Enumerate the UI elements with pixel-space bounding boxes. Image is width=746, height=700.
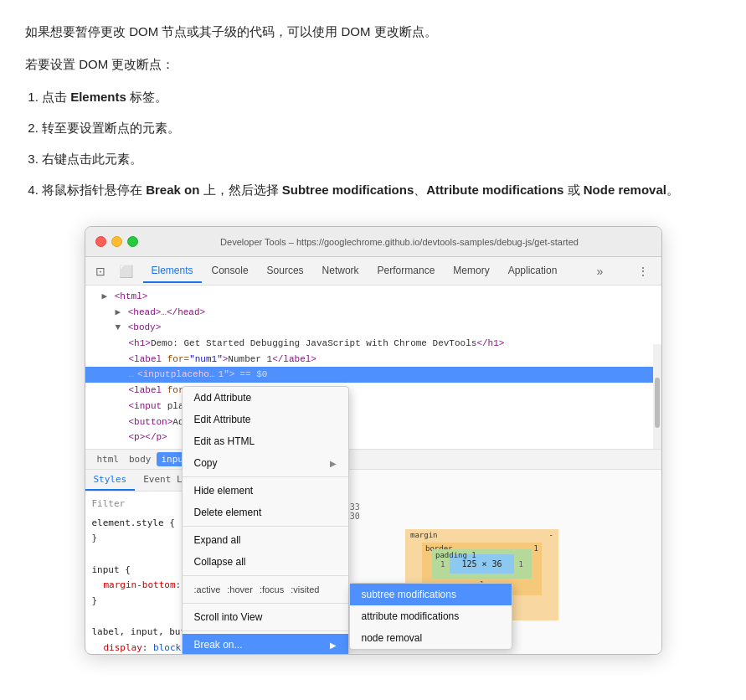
box-model-padding: padding 1 1 125 × 36 1 [432, 549, 532, 579]
submenu-subtree[interactable]: subtree modifications [350, 584, 512, 605]
instructions-section: 如果想要暂停更改 DOM 节点或其子级的代码，可以使用 DOM 更改断点。 若要… [25, 20, 721, 201]
menu-copy[interactable]: Copy ▶ [183, 452, 348, 474]
maximize-button[interactable] [127, 236, 138, 247]
tab-application[interactable]: Application [500, 260, 566, 283]
separator-1 [183, 476, 348, 477]
pseudo-visited[interactable]: :visited [291, 582, 319, 597]
menu-edit-html[interactable]: Edit as HTML [183, 430, 348, 452]
input-selector: input { [92, 564, 131, 575]
menu-expand-all[interactable]: Expand all [183, 529, 348, 551]
tag-input1: <input [137, 367, 171, 383]
step-1-bold: Elements [70, 90, 126, 104]
device-icon[interactable]: ⬜ [116, 263, 136, 280]
dom-breadcrumb: html body input#num [85, 449, 661, 470]
tab-console[interactable]: Console [203, 260, 257, 283]
margin-bottom-prop: margin-bottom [104, 579, 176, 590]
menu-hide-element[interactable]: Hide element [183, 480, 348, 502]
dom-line-label2[interactable]: <label for="num…2"> [85, 383, 661, 399]
tab-sources[interactable]: Sources [259, 260, 312, 283]
dom-line-label1[interactable]: <label for="num1">Number 1</label> [85, 352, 661, 368]
vertical-scrollbar[interactable] [653, 344, 661, 449]
selected-indicator: == $0 [239, 367, 267, 383]
padding-label: padding 1 [435, 551, 476, 559]
left-val: 1 [440, 560, 445, 569]
breadcrumb-body[interactable]: body [124, 452, 157, 466]
more-tabs-icon[interactable]: » [592, 261, 609, 281]
filter-label: Filter [92, 497, 126, 512]
display-prop: display [104, 642, 142, 653]
context-menu: Add Attribute Edit Attribute Edit as HTM… [182, 386, 349, 655]
menu-add-attribute[interactable]: Add Attribute [183, 387, 348, 409]
ellipsis-icon: … [129, 367, 135, 383]
border-val: 1 [534, 544, 538, 553]
tag-body: <body> [128, 322, 162, 332]
separator-5 [183, 631, 348, 631]
close-button[interactable] [95, 236, 106, 247]
tag-label1: <label [129, 354, 167, 364]
dom-line-input2[interactable]: <input placehold… [85, 399, 661, 414]
submenu-attribute[interactable]: attribute modifications [350, 605, 512, 627]
devtools-url: Developer Tools – https://googlechrome.g… [148, 237, 651, 247]
pseudo-hover[interactable]: :hover [227, 582, 253, 597]
devtools-window: Developer Tools – https://googlechrome.g… [85, 226, 662, 655]
step-4-bold1: Break on [146, 183, 199, 197]
minimize-button[interactable] [111, 236, 122, 247]
steps-list: 点击 Elements 标签。 转至要设置断点的元素。 右键点击此元素。 将鼠标… [42, 85, 721, 201]
menu-collapse-all[interactable]: Collapse all [183, 551, 348, 573]
dom-line-input1[interactable]: … <input placeho… 1"> == $0 [85, 367, 661, 383]
traffic-lights [95, 236, 138, 247]
submenu-node-removal[interactable]: node removal [350, 627, 512, 649]
expand-head[interactable]: ▶ [116, 307, 121, 317]
step-3: 右键点击此元素。 [42, 147, 721, 170]
expand-html[interactable]: ▶ [102, 291, 108, 301]
breadcrumb-html[interactable]: html [92, 452, 125, 466]
scroll-thumb [655, 378, 660, 428]
tag-label2-open: <label [129, 385, 167, 395]
step-4-bold4: Node removal [584, 183, 666, 197]
dom-line-p[interactable]: <p></p> [85, 430, 661, 445]
devtools-tabs: ⊡ ⬜ Elements Console Sources Network Per… [85, 257, 661, 286]
devtools-menu-icon[interactable]: ⋮ [632, 261, 654, 281]
source-lines: started:33 started:30 [310, 502, 655, 521]
tab-styles[interactable]: Styles [85, 470, 136, 491]
tag-input2: <input [129, 401, 167, 411]
dom-line-button[interactable]: <button>Add Num…button> [85, 414, 661, 430]
menu-delete-element[interactable]: Delete element [183, 502, 348, 523]
break-on-arrow: ▶ [330, 641, 337, 650]
tag-p: <p></p> [129, 432, 167, 442]
tag-head-close: </head> [167, 307, 205, 317]
step-1: 点击 Elements 标签。 [42, 85, 721, 108]
right-val: 1 [519, 560, 523, 569]
step-2: 转至要设置断点的元素。 [42, 116, 721, 139]
tab-elements[interactable]: Elements [143, 260, 202, 283]
tab-network[interactable]: Network [314, 260, 368, 283]
expand-body[interactable]: ▼ [116, 322, 121, 332]
dom-line-head[interactable]: ▶ <head>…</head> [85, 305, 661, 321]
separator-2 [183, 526, 348, 527]
dom-line-h1[interactable]: <h1>Demo: Get Started Debugging JavaScri… [85, 336, 661, 352]
head-ellipsis: … [161, 307, 167, 317]
separator-3 [183, 575, 348, 576]
submenu: subtree modifications attribute modifica… [349, 583, 512, 650]
margin-label: margin [410, 531, 438, 539]
cursor-icon[interactable]: ⊡ [92, 263, 109, 280]
element-style-selector: element.style { [92, 517, 175, 528]
dom-line-body[interactable]: ▼ <body> [85, 320, 661, 336]
menu-break-on[interactable]: Break on... ▶ [183, 634, 348, 655]
dom-line-html[interactable]: ▶ <html> [85, 289, 661, 305]
pseudo-active[interactable]: :active [194, 582, 221, 597]
pseudo-focus[interactable]: :focus [260, 582, 284, 597]
tab-performance[interactable]: Performance [369, 260, 444, 283]
tab-memory[interactable]: Memory [445, 260, 497, 283]
separator-4 [183, 603, 348, 604]
copy-arrow: ▶ [330, 459, 337, 468]
menu-scroll-into-view[interactable]: Scroll into View [183, 606, 348, 628]
pseudo-states: :active :hover :focus :visited [183, 579, 348, 600]
tag-h1-open: <h1> [129, 338, 151, 348]
menu-edit-attribute[interactable]: Edit Attribute [183, 409, 348, 430]
tag-button: <button> [129, 417, 173, 427]
intro-text: 如果想要暂停更改 DOM 节点或其子级的代码，可以使用 DOM 更改断点。 [25, 20, 721, 43]
context-menu-overlay: Add Attribute Edit Attribute Edit as HTM… [182, 386, 349, 655]
h1-text: Demo: Get Started Debugging JavaScript w… [151, 338, 476, 348]
margin-dash: - [549, 531, 553, 539]
